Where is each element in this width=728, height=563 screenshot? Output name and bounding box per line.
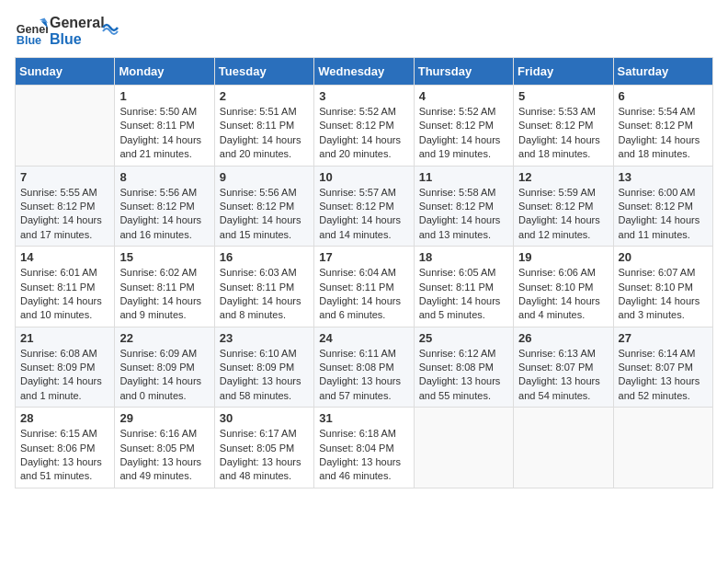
weekday-header-friday: Friday [514, 58, 613, 86]
calendar-cell: 12Sunrise: 5:59 AM Sunset: 8:12 PM Dayli… [514, 166, 613, 247]
calendar-cell: 3Sunrise: 5:52 AM Sunset: 8:12 PM Daylig… [314, 86, 414, 167]
calendar-week-row: 14Sunrise: 6:01 AM Sunset: 8:11 PM Dayli… [16, 247, 713, 327]
logo: General Blue General Blue [15, 15, 119, 48]
calendar-cell: 5Sunrise: 5:53 AM Sunset: 8:12 PM Daylig… [514, 86, 613, 167]
cell-content: Sunrise: 6:11 AM Sunset: 8:08 PM Dayligh… [319, 347, 408, 404]
calendar-table: SundayMondayTuesdayWednesdayThursdayFrid… [15, 57, 713, 488]
day-number: 20 [619, 250, 708, 264]
calendar-cell: 9Sunrise: 5:56 AM Sunset: 8:12 PM Daylig… [214, 166, 313, 247]
cell-content: Sunrise: 5:56 AM Sunset: 8:12 PM Dayligh… [119, 186, 209, 243]
day-number: 29 [119, 411, 209, 425]
calendar-cell: 30Sunrise: 6:17 AM Sunset: 8:05 PM Dayli… [214, 408, 313, 488]
logo-blue: Blue [50, 31, 105, 48]
calendar-cell: 7Sunrise: 5:55 AM Sunset: 8:12 PM Daylig… [16, 166, 115, 247]
cell-content: Sunrise: 6:15 AM Sunset: 8:06 PM Dayligh… [20, 427, 109, 484]
cell-content: Sunrise: 6:00 AM Sunset: 8:12 PM Dayligh… [619, 186, 708, 243]
cell-content: Sunrise: 6:02 AM Sunset: 8:11 PM Dayligh… [119, 266, 209, 323]
logo-general: General [50, 15, 105, 31]
calendar-cell: 20Sunrise: 6:07 AM Sunset: 8:10 PM Dayli… [613, 247, 712, 327]
day-number: 24 [319, 331, 408, 345]
day-number: 25 [419, 331, 508, 345]
cell-content: Sunrise: 6:17 AM Sunset: 8:05 PM Dayligh… [220, 427, 309, 484]
cell-content: Sunrise: 6:08 AM Sunset: 8:09 PM Dayligh… [20, 347, 109, 404]
calendar-cell: 10Sunrise: 5:57 AM Sunset: 8:12 PM Dayli… [314, 166, 414, 247]
cell-content: Sunrise: 5:54 AM Sunset: 8:12 PM Dayligh… [619, 105, 708, 162]
cell-content: Sunrise: 6:03 AM Sunset: 8:11 PM Dayligh… [220, 266, 309, 323]
weekday-header-thursday: Thursday [414, 58, 513, 86]
cell-content: Sunrise: 6:01 AM Sunset: 8:11 PM Dayligh… [20, 266, 109, 323]
calendar-cell: 15Sunrise: 6:02 AM Sunset: 8:11 PM Dayli… [115, 247, 214, 327]
day-number: 30 [220, 411, 309, 425]
calendar-cell: 31Sunrise: 6:18 AM Sunset: 8:04 PM Dayli… [314, 408, 414, 488]
calendar-cell [613, 408, 712, 488]
day-number: 7 [20, 170, 109, 184]
logo-icon: General Blue [15, 15, 48, 48]
weekday-header-sunday: Sunday [16, 58, 115, 86]
cell-content: Sunrise: 5:55 AM Sunset: 8:12 PM Dayligh… [20, 186, 109, 243]
day-number: 12 [518, 170, 608, 184]
day-number: 22 [119, 331, 209, 345]
cell-content: Sunrise: 5:51 AM Sunset: 8:11 PM Dayligh… [220, 105, 309, 162]
cell-content: Sunrise: 5:59 AM Sunset: 8:12 PM Dayligh… [518, 186, 608, 243]
cell-content: Sunrise: 6:06 AM Sunset: 8:10 PM Dayligh… [518, 266, 608, 323]
calendar-cell: 29Sunrise: 6:16 AM Sunset: 8:05 PM Dayli… [115, 408, 214, 488]
day-number: 28 [20, 411, 109, 425]
calendar-cell: 27Sunrise: 6:14 AM Sunset: 8:07 PM Dayli… [613, 327, 712, 408]
day-number: 13 [619, 170, 708, 184]
day-number: 26 [518, 331, 608, 345]
logo-wave-icon [101, 15, 119, 40]
calendar-cell [16, 86, 115, 167]
cell-content: Sunrise: 5:50 AM Sunset: 8:11 PM Dayligh… [119, 105, 209, 162]
day-number: 14 [20, 250, 109, 264]
cell-content: Sunrise: 6:14 AM Sunset: 8:07 PM Dayligh… [619, 347, 708, 404]
calendar-cell: 18Sunrise: 6:05 AM Sunset: 8:11 PM Dayli… [414, 247, 513, 327]
day-number: 15 [119, 250, 209, 264]
day-number: 11 [419, 170, 508, 184]
day-number: 6 [619, 89, 708, 103]
day-number: 3 [319, 89, 408, 103]
cell-content: Sunrise: 6:16 AM Sunset: 8:05 PM Dayligh… [119, 427, 209, 484]
cell-content: Sunrise: 6:07 AM Sunset: 8:10 PM Dayligh… [619, 266, 708, 323]
cell-content: Sunrise: 5:56 AM Sunset: 8:12 PM Dayligh… [220, 186, 309, 243]
weekday-header-wednesday: Wednesday [314, 58, 414, 86]
calendar-cell: 8Sunrise: 5:56 AM Sunset: 8:12 PM Daylig… [115, 166, 214, 247]
calendar-cell: 21Sunrise: 6:08 AM Sunset: 8:09 PM Dayli… [16, 327, 115, 408]
calendar-cell: 19Sunrise: 6:06 AM Sunset: 8:10 PM Dayli… [514, 247, 613, 327]
calendar-cell: 28Sunrise: 6:15 AM Sunset: 8:06 PM Dayli… [16, 408, 115, 488]
cell-content: Sunrise: 5:57 AM Sunset: 8:12 PM Dayligh… [319, 186, 408, 243]
day-number: 21 [20, 331, 109, 345]
day-number: 8 [119, 170, 209, 184]
calendar-cell: 14Sunrise: 6:01 AM Sunset: 8:11 PM Dayli… [16, 247, 115, 327]
day-number: 4 [419, 89, 508, 103]
weekday-header-tuesday: Tuesday [214, 58, 313, 86]
day-number: 1 [119, 89, 209, 103]
cell-content: Sunrise: 6:18 AM Sunset: 8:04 PM Dayligh… [319, 427, 408, 484]
day-number: 9 [220, 170, 309, 184]
calendar-cell: 26Sunrise: 6:13 AM Sunset: 8:07 PM Dayli… [514, 327, 613, 408]
calendar-cell: 13Sunrise: 6:00 AM Sunset: 8:12 PM Dayli… [613, 166, 712, 247]
cell-content: Sunrise: 5:58 AM Sunset: 8:12 PM Dayligh… [419, 186, 508, 243]
cell-content: Sunrise: 5:52 AM Sunset: 8:12 PM Dayligh… [319, 105, 408, 162]
weekday-header-row: SundayMondayTuesdayWednesdayThursdayFrid… [16, 58, 713, 86]
calendar-cell: 16Sunrise: 6:03 AM Sunset: 8:11 PM Dayli… [214, 247, 313, 327]
weekday-header-saturday: Saturday [613, 58, 712, 86]
calendar-week-row: 28Sunrise: 6:15 AM Sunset: 8:06 PM Dayli… [16, 408, 713, 488]
cell-content: Sunrise: 6:05 AM Sunset: 8:11 PM Dayligh… [419, 266, 508, 323]
day-number: 23 [220, 331, 309, 345]
calendar-cell: 22Sunrise: 6:09 AM Sunset: 8:09 PM Dayli… [115, 327, 214, 408]
calendar-cell: 11Sunrise: 5:58 AM Sunset: 8:12 PM Dayli… [414, 166, 513, 247]
svg-text:Blue: Blue [17, 34, 41, 47]
cell-content: Sunrise: 6:10 AM Sunset: 8:09 PM Dayligh… [220, 347, 309, 404]
calendar-cell [514, 408, 613, 488]
day-number: 31 [319, 411, 408, 425]
day-number: 16 [220, 250, 309, 264]
calendar-cell: 2Sunrise: 5:51 AM Sunset: 8:11 PM Daylig… [214, 86, 313, 167]
cell-content: Sunrise: 6:04 AM Sunset: 8:11 PM Dayligh… [319, 266, 408, 323]
day-number: 19 [518, 250, 608, 264]
calendar-cell: 1Sunrise: 5:50 AM Sunset: 8:11 PM Daylig… [115, 86, 214, 167]
cell-content: Sunrise: 6:12 AM Sunset: 8:08 PM Dayligh… [419, 347, 508, 404]
cell-content: Sunrise: 6:09 AM Sunset: 8:09 PM Dayligh… [119, 347, 209, 404]
cell-content: Sunrise: 5:53 AM Sunset: 8:12 PM Dayligh… [518, 105, 608, 162]
day-number: 5 [518, 89, 608, 103]
calendar-week-row: 21Sunrise: 6:08 AM Sunset: 8:09 PM Dayli… [16, 327, 713, 408]
